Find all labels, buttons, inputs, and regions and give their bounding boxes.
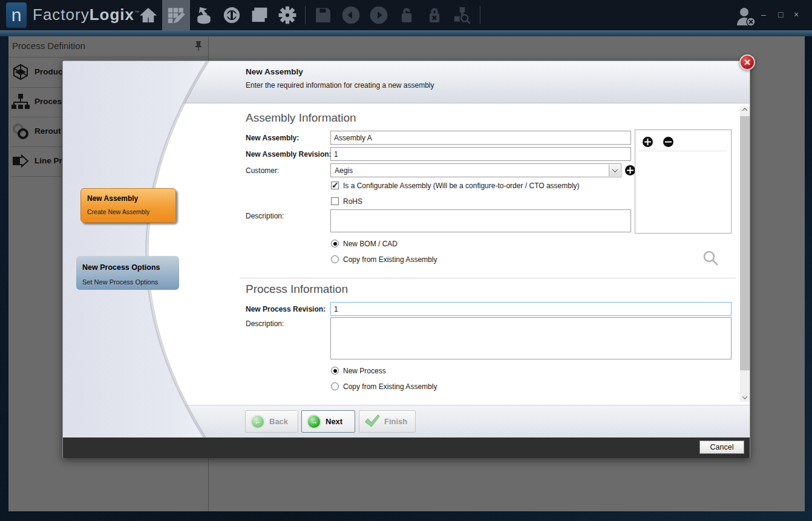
maximize-button[interactable]: □ [778,10,783,19]
unlock-icon[interactable] [393,0,421,30]
process-description-label: Description: [246,319,284,328]
copy-existing-assembly-label: Copy from Existing Assembly [343,255,437,264]
step-subtitle: Create New Assembly [87,208,149,215]
back-icon[interactable] [337,0,365,30]
find-assembly-icon[interactable] [448,0,476,30]
new-process-revision-input[interactable] [330,302,732,316]
new-process-label: New Process [343,367,386,375]
accent-bar [0,30,812,36]
settings-gear-icon[interactable] [273,0,301,30]
copy-existing-assembly-radio[interactable] [331,255,339,263]
customer-dropdown[interactable]: Aegis [330,163,621,177]
toolbar-divider [480,6,480,24]
scroll-up-arrow[interactable] [740,106,750,116]
minimize-button[interactable]: – [761,10,766,19]
sync-icon[interactable] [218,0,246,30]
add-customer-button[interactable] [625,165,635,175]
toolbar-divider [305,6,306,24]
process-definition-icon[interactable] [162,0,190,30]
remove-item-button[interactable] [663,137,673,147]
pin-icon[interactable] [194,40,203,52]
new-process-radio[interactable] [331,367,339,375]
step-title: New Assembly [87,194,138,203]
assembly-description-label: Description: [246,212,284,220]
close-dialog-button[interactable]: ✕ [739,54,755,70]
step-subtitle: Set New Process Options [82,278,158,286]
dialog-title: New Assembly [246,67,303,76]
finish-check-icon [364,413,380,430]
lock-x-icon[interactable] [421,0,448,30]
new-assembly-revision-label: New Assembly Revision: [246,150,332,159]
new-assembly-dialog: New Assembly Enter the required informat… [62,61,750,458]
forward-icon[interactable] [365,0,393,30]
brand-name: FactoryLogix™ [33,5,140,24]
dialog-header: New Assembly Enter the required informat… [63,61,750,103]
save-icon[interactable] [309,0,337,30]
vertical-scrollbar[interactable] [740,106,750,402]
assembly-section-title: Assembly Information [246,111,356,125]
new-assembly-input[interactable] [330,131,631,145]
scroll-down-arrow[interactable] [740,393,750,402]
logo-letter: n [11,5,22,25]
configurable-assembly-label: Is a Configurable Assembly (Will be a co… [343,182,580,190]
process-section-title: Process Information [246,283,348,296]
titlebar: n FactoryLogix™ [0,0,812,30]
back-button[interactable]: ← Back [245,410,298,433]
sidebar-item-label: Line Pr [34,156,62,165]
left-right-arrows-icon [11,152,30,170]
new-assembly-revision-input[interactable] [330,147,631,161]
application-window: n FactoryLogix™ [0,0,812,521]
copy-existing-process-label: Copy from Existing Assembly [343,382,437,391]
cube-icon [11,63,30,81]
scrollbar-thumb[interactable] [740,116,750,370]
search-icon[interactable] [702,250,719,266]
configurable-assembly-checkbox[interactable] [331,182,339,189]
next-arrow-icon: → [307,415,321,429]
user-account-icon[interactable] [734,6,758,28]
database-import-icon[interactable] [190,0,218,30]
app-logo: n [6,2,27,28]
cancel-button[interactable]: Cancel [699,441,744,454]
sidebar-item-label: Product [34,67,65,76]
wizard-step-new-assembly[interactable]: New Assembly Create New Assembly [80,188,176,223]
rohs-label: RoHS [343,197,362,206]
step-title: New Process Options [82,263,160,272]
chain-link-icon [11,122,30,140]
assembly-description-input[interactable] [330,209,631,232]
close-window-button[interactable]: × [794,10,799,19]
panel-divider [639,151,727,151]
finish-button[interactable]: Finish [359,410,416,433]
sidebar-item-label: Process [34,97,67,106]
customer-label: Customer: [246,166,279,175]
attachments-panel [635,129,732,234]
new-process-revision-label: New Process Revision: [246,305,326,313]
panel-title: Process Definition [12,41,85,51]
dialog-bottom-bar: Cancel [63,437,750,458]
sidebar-item-label: Rerout [34,126,61,136]
main-toolbar [134,0,484,30]
home-icon[interactable] [134,0,162,30]
chevron-down-icon[interactable] [609,165,620,176]
wizard-step-new-process-options[interactable]: New Process Options Set New Process Opti… [76,256,179,290]
dialog-body: Assembly Information New Assembly: New A… [63,103,750,405]
documents-icon[interactable] [246,0,273,30]
back-arrow-icon: ← [250,415,265,429]
next-button[interactable]: → Next [301,410,355,433]
panel-header: Process Definition [8,36,209,57]
process-description-input[interactable] [330,317,732,359]
new-bom-cad-radio[interactable] [331,240,339,247]
section-divider [240,278,736,278]
dialog-subtitle: Enter the required information for creat… [246,81,434,90]
customer-value: Aegis [335,166,353,175]
dialog-footer: ← Back → Next Finish [63,405,750,437]
new-bom-cad-label: New BOM / CAD [343,240,398,248]
hierarchy-icon [11,93,30,111]
copy-existing-process-radio[interactable] [331,382,339,390]
new-assembly-label: New Assembly: [246,134,299,142]
rohs-checkbox[interactable] [331,197,339,205]
add-item-button[interactable] [643,137,653,147]
